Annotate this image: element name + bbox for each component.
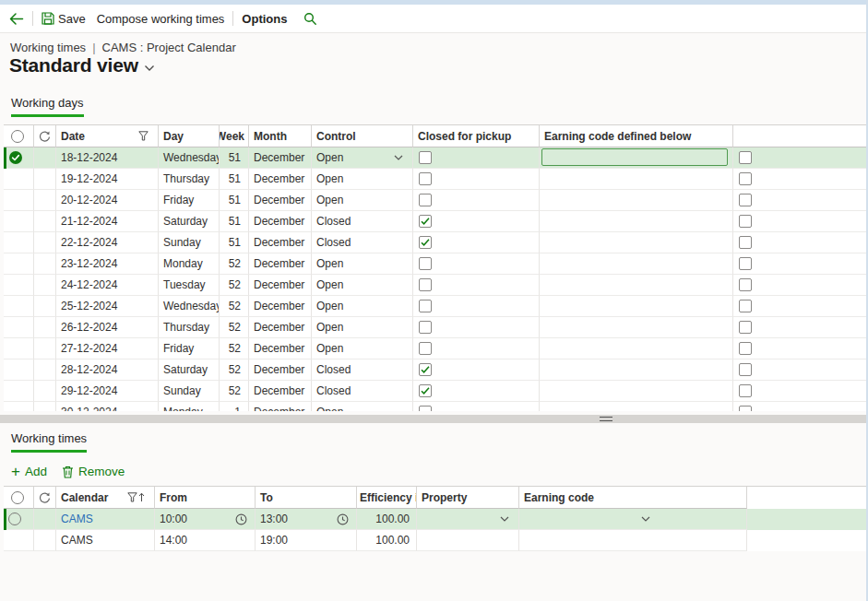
working-days-row[interactable]: 23-12-2024 Monday 52 December Open <box>4 253 868 275</box>
closed-for-pickup-checkbox[interactable] <box>419 300 432 312</box>
select-all-circle[interactable] <box>11 130 24 143</box>
property-dropdown-chevron-icon[interactable] <box>500 516 509 522</box>
working-days-row[interactable]: 19-12-2024 Thursday 51 December Open <box>4 169 868 190</box>
closed-for-pickup-checkbox[interactable] <box>419 278 432 291</box>
control-dropdown-chevron-icon[interactable] <box>394 155 403 160</box>
working-days-row[interactable]: 30-12-2024 Monday 1 December Open <box>4 402 868 411</box>
working-days-row[interactable]: 22-12-2024 Sunday 51 December Closed <box>4 232 868 253</box>
refresh-icon[interactable] <box>34 125 56 147</box>
closed-for-pickup-checkbox[interactable] <box>419 151 432 164</box>
splitter-handle-icon[interactable] <box>600 417 612 421</box>
extra-checkbox[interactable] <box>739 257 752 270</box>
cell-date: 29-12-2024 <box>61 384 117 397</box>
col-header-closed-for-pickup[interactable]: Closed for pickup <box>413 125 540 147</box>
tab-working-days[interactable]: Working days <box>11 96 84 117</box>
save-button[interactable]: Save <box>42 12 86 26</box>
working-days-row[interactable]: 29-12-2024 Sunday 52 December Closed <box>4 381 868 402</box>
working-times-row[interactable]: CAMS 14:00 19:00 100.00 <box>4 530 868 551</box>
working-days-row[interactable]: 25-12-2024 Wednesday 52 December Open <box>4 296 868 317</box>
earning-code-dropdown-chevron-icon[interactable] <box>641 516 650 522</box>
extra-checkbox[interactable] <box>739 194 752 206</box>
extra-checkbox[interactable] <box>739 278 752 291</box>
extra-checkbox[interactable] <box>739 342 752 355</box>
working-days-row[interactable]: 24-12-2024 Tuesday 52 December Open <box>4 275 868 296</box>
col-header-to[interactable]: To <box>256 487 357 509</box>
filter-sort-icon[interactable] <box>127 492 145 502</box>
toolbar-divider <box>32 11 33 26</box>
cell-month: December <box>254 257 304 270</box>
cell-month: December <box>254 172 304 185</box>
extra-checkbox[interactable] <box>739 215 752 228</box>
closed-for-pickup-checkbox[interactable] <box>419 384 432 397</box>
working-days-row[interactable]: 26-12-2024 Thursday 52 December Open <box>4 317 868 338</box>
cell-date: 27-12-2024 <box>61 342 117 355</box>
working-days-row[interactable]: 18-12-2024 Wednesday 51 December Open <box>4 147 868 169</box>
col-header-extra <box>733 125 868 147</box>
cell-date: 20-12-2024 <box>61 194 117 206</box>
cell-week: 51 <box>229 236 241 249</box>
remove-button[interactable]: Remove <box>62 465 125 478</box>
closed-for-pickup-checkbox[interactable] <box>419 257 432 270</box>
extra-checkbox[interactable] <box>739 321 752 334</box>
options-button[interactable]: Options <box>242 12 287 26</box>
cell-month: December <box>254 278 304 291</box>
refresh-icon[interactable] <box>34 487 56 509</box>
cell-calendar[interactable]: CAMS <box>61 513 93 525</box>
col-header-earning-code-defined-below[interactable]: Earning code defined below <box>540 125 733 147</box>
col-header-control[interactable]: Control <box>312 125 413 147</box>
cell-date: 28-12-2024 <box>61 363 117 376</box>
col-header-from[interactable]: From <box>155 487 256 509</box>
back-button[interactable] <box>8 12 24 26</box>
working-days-row[interactable]: 28-12-2024 Saturday 52 December Closed <box>4 359 868 381</box>
cell-week: 51 <box>229 215 241 228</box>
selected-check-circle-icon[interactable] <box>8 150 23 165</box>
col-header-property[interactable]: Property <box>417 487 519 509</box>
cell-control: Open <box>316 300 343 312</box>
compose-working-times-button[interactable]: Compose working times <box>97 12 225 26</box>
closed-for-pickup-checkbox[interactable] <box>419 194 432 206</box>
working-times-row[interactable]: CAMS 10:00 13:00 100.00 <box>4 509 868 530</box>
extra-checkbox[interactable] <box>739 406 752 411</box>
splitter-bar[interactable] <box>0 415 868 423</box>
cell-to: 19:00 <box>260 534 288 547</box>
extra-checkbox[interactable] <box>739 172 752 185</box>
closed-for-pickup-checkbox[interactable] <box>419 321 432 334</box>
closed-for-pickup-checkbox[interactable] <box>419 215 432 228</box>
extra-checkbox[interactable] <box>739 151 752 164</box>
col-header-week[interactable]: Week <box>220 125 249 147</box>
extra-checkbox[interactable] <box>739 363 752 376</box>
extra-checkbox[interactable] <box>739 384 752 397</box>
closed-for-pickup-checkbox[interactable] <box>419 236 432 249</box>
col-header-month[interactable]: Month <box>249 125 312 147</box>
row-select-circle[interactable] <box>8 513 21 525</box>
working-days-row[interactable]: 20-12-2024 Friday 51 December Open <box>4 190 868 211</box>
cell-month: December <box>254 321 304 334</box>
extra-checkbox[interactable] <box>739 300 752 312</box>
add-button[interactable]: + Add <box>11 464 47 479</box>
col-header-calendar[interactable]: Calendar <box>61 491 108 504</box>
cell-calendar[interactable]: CAMS <box>61 534 93 547</box>
col-header-earning-code[interactable]: Earning code <box>519 487 747 509</box>
col-header-day[interactable]: Day <box>159 125 220 147</box>
cell-control: Open <box>316 342 343 355</box>
extra-checkbox[interactable] <box>739 236 752 249</box>
working-days-row[interactable]: 21-12-2024 Saturday 51 December Closed <box>4 211 868 232</box>
search-icon[interactable] <box>303 12 317 26</box>
closed-for-pickup-checkbox[interactable] <box>419 406 432 411</box>
select-all-circle[interactable] <box>11 491 24 504</box>
closed-for-pickup-checkbox[interactable] <box>419 363 432 376</box>
col-header-efficiency[interactable]: Efficiency i... <box>357 487 417 509</box>
earning-code-input[interactable] <box>541 148 728 166</box>
time-picker-clock-icon[interactable] <box>235 513 247 525</box>
time-picker-clock-icon[interactable] <box>337 513 349 525</box>
breadcrumb-section[interactable]: Working times <box>10 41 86 54</box>
trash-icon <box>62 465 74 478</box>
tab-working-times[interactable]: Working times <box>11 431 87 453</box>
filter-icon[interactable] <box>138 131 149 141</box>
view-selector-chevron-icon[interactable] <box>144 65 155 72</box>
closed-for-pickup-checkbox[interactable] <box>419 342 432 355</box>
cell-date: 25-12-2024 <box>61 300 117 312</box>
working-days-row[interactable]: 27-12-2024 Friday 52 December Open <box>4 338 868 359</box>
closed-for-pickup-checkbox[interactable] <box>419 172 432 185</box>
col-header-date[interactable]: Date <box>61 130 85 143</box>
